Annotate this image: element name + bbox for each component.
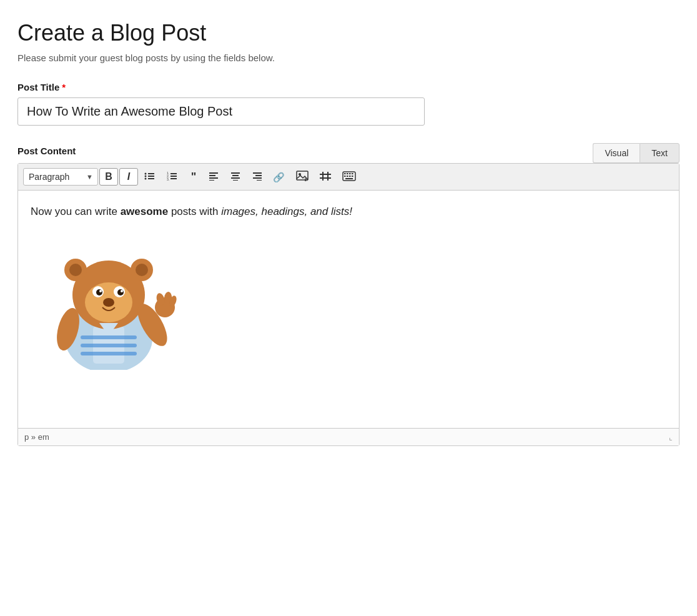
svg-rect-9 [171,176,177,177]
page-title: Create a Blog Post [17,20,680,46]
align-left-button[interactable] [204,169,224,185]
svg-point-59 [103,298,114,307]
svg-point-4 [145,178,147,180]
resize-handle-icon: ⌞ [669,433,673,442]
statusbar-path: p » em [24,432,49,442]
align-right-button[interactable] [247,169,267,185]
editor-text-content: Now you can write awesome posts with ima… [31,203,666,220]
paragraph-select-wrapper: Paragraph Heading 1 Heading 2 Heading 3 … [23,168,98,186]
editor-statusbar: p » em ⌞ [18,428,679,445]
align-center-button[interactable] [225,169,245,185]
post-content-header: Post Content Visual Text [17,143,680,163]
svg-rect-5 [148,178,154,179]
svg-rect-23 [257,180,262,181]
svg-rect-46 [81,352,137,355]
italic-button[interactable]: I [119,168,138,186]
svg-rect-21 [255,175,262,176]
svg-point-0 [145,173,147,175]
editor-wrapper: Paragraph Heading 1 Heading 2 Heading 3 … [17,163,680,446]
horizontal-rule-button[interactable] [315,169,336,185]
svg-text:3.: 3. [167,177,169,181]
post-content-label: Post Content [17,146,76,156]
svg-point-57 [99,290,102,292]
svg-rect-15 [209,180,214,181]
svg-rect-31 [327,172,329,181]
svg-rect-39 [349,176,351,177]
svg-rect-14 [209,177,218,179]
keyboard-button[interactable] [337,168,361,186]
svg-point-2 [145,176,147,177]
svg-rect-12 [209,172,218,174]
unordered-list-button[interactable] [139,168,161,186]
editor-toolbar: Paragraph Heading 1 Heading 2 Heading 3 … [18,164,679,191]
post-title-input[interactable] [17,97,425,126]
svg-rect-33 [344,173,346,174]
svg-rect-11 [171,178,177,179]
svg-rect-37 [344,176,346,177]
paragraph-select[interactable]: Paragraph Heading 1 Heading 2 Heading 3 … [23,168,98,186]
svg-rect-38 [347,176,348,177]
required-indicator: * [62,82,66,92]
post-title-section: Post Title * [17,82,680,126]
svg-rect-30 [322,172,324,181]
ordered-list-button[interactable]: 1. 2. 3. [162,168,183,186]
svg-point-58 [121,290,123,292]
svg-rect-40 [352,176,353,177]
svg-rect-45 [81,344,137,347]
svg-rect-19 [233,180,238,181]
tab-text[interactable]: Text [640,143,680,163]
svg-rect-36 [352,173,353,174]
svg-point-56 [117,289,124,296]
svg-point-55 [96,289,102,296]
svg-rect-17 [232,175,239,176]
svg-point-51 [136,264,148,276]
svg-rect-13 [209,175,215,176]
blockquote-button[interactable]: " [184,168,203,186]
tab-visual[interactable]: Visual [593,143,640,163]
svg-rect-1 [148,173,154,174]
svg-rect-7 [171,173,177,174]
svg-rect-41 [345,178,353,179]
svg-rect-22 [253,177,262,179]
svg-rect-35 [349,173,351,174]
svg-rect-18 [231,177,240,179]
editor-content-area[interactable]: Now you can write awesome posts with ima… [18,191,679,428]
svg-rect-20 [253,172,262,174]
svg-rect-16 [231,172,240,174]
svg-rect-44 [81,335,137,339]
svg-rect-34 [347,173,348,174]
link-button[interactable]: 🔗 [268,169,290,185]
svg-rect-3 [148,176,154,177]
svg-point-50 [69,264,82,276]
view-tabs: Visual Text [593,143,680,163]
bear-mascot [31,232,187,370]
bold-button[interactable]: B [99,168,118,186]
page-subtitle: Please submit your guest blog posts by u… [17,52,680,63]
insert-media-button[interactable]: ℹ [291,167,314,186]
svg-rect-29 [320,177,331,179]
svg-rect-28 [320,174,331,175]
post-title-label: Post Title * [17,82,680,92]
